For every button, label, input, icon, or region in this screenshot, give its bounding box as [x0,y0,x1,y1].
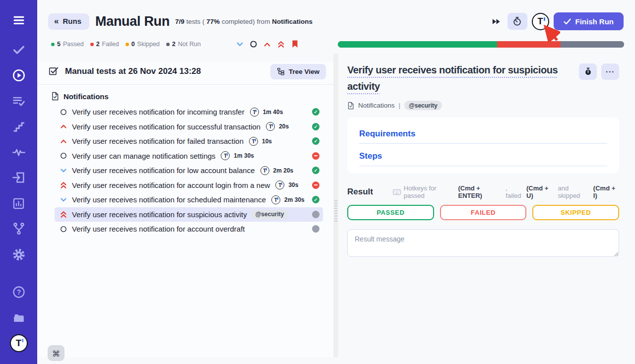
source-suite: Notifications [272,18,313,25]
testomat-badge-icon: T [271,195,280,204]
suite-file-icon [51,92,59,101]
breadcrumb-folder[interactable]: Notifications [358,102,395,109]
status-passed-badge [312,167,319,174]
test-row[interactable]: Verify user receives notification for fa… [55,134,323,149]
test-row-selected[interactable]: Verify user receives notification for su… [55,207,323,222]
priority-low-icon [60,167,67,174]
test-duration: 2m 30s [284,196,305,203]
back-to-runs-button[interactable]: « Runs [48,13,89,30]
filter-priority-highest-icon[interactable] [277,40,285,49]
suite-folder-row[interactable]: Notifications [37,89,333,104]
test-duration: 20s [279,123,289,130]
test-row[interactable]: Verify user receives notification for ac… [55,222,323,237]
section-steps[interactable]: Steps [359,151,607,166]
legend-skipped: 0Skipped [126,41,160,48]
test-title: Verify user receives notification for lo… [72,166,255,175]
status-passed-badge [312,108,319,116]
settings-gear-icon[interactable] [12,247,26,261]
test-duration: 30s [288,182,298,188]
sidebar-item-tests[interactable] [12,43,26,57]
command-icon: ⌘ [52,350,60,358]
stopwatch-icon [512,16,522,27]
test-detail-title[interactable]: Verify user receives notification for su… [347,62,581,95]
test-title: Verify user receives notification for su… [72,210,247,219]
test-list-panel: Manual tests at 26 Nov 2024 13:28 Tree V… [37,61,333,357]
menu-icon[interactable] [12,13,26,27]
filter-bookmark-icon[interactable] [291,40,299,49]
status-legend: 5Passed 2Failed 0Skipped 2Not Run [51,41,201,48]
sidebar-item-test-plans[interactable] [12,94,26,108]
projects-folder-icon[interactable] [12,311,26,325]
testomat-badge-icon: T [275,181,284,189]
progress-notrun-segment [561,41,624,48]
help-icon[interactable]: ? [12,285,26,299]
mark-passed-button[interactable]: PASSED [347,205,434,220]
page-title: Manual Run [95,14,170,29]
tree-view-icon [277,67,285,75]
status-notrun-badge [312,211,319,218]
test-row[interactable]: Verify user receives notification for in… [55,105,323,120]
test-row[interactable]: Verify user receives notification for su… [55,120,323,134]
priority-normal-icon [60,152,67,160]
testomat-badge-icon: T [249,137,258,146]
sidebar-item-steps[interactable] [12,120,26,134]
progress-passed-segment [338,41,497,48]
test-duration: 2m 20s [273,167,294,174]
result-message-input[interactable] [347,229,619,257]
testomat-logo[interactable]: T [10,334,28,352]
divider [37,84,333,85]
priority-highest-icon [60,181,67,189]
filter-priority-high-icon[interactable] [263,41,271,48]
result-heading: Result [347,187,373,197]
stopwatch-filled-icon [583,66,593,77]
mark-skipped-button[interactable]: SKIPPED [532,205,619,220]
sidebar-item-branches[interactable] [12,222,26,236]
finish-run-button[interactable]: Finish Run [554,12,624,30]
sidebar-item-analytics[interactable] [12,196,26,210]
status-bar: 5Passed 2Failed 0Skipped 2Not Run [37,35,635,54]
test-row[interactable]: Verify user receives notification for ac… [55,178,323,193]
test-timer-button[interactable] [579,63,597,80]
account-logo[interactable]: T [532,13,549,30]
legend-passed: 5Passed [51,41,84,48]
hotkeys-command-button[interactable]: ⌘ [48,345,64,361]
fast-forward-icon[interactable] [492,17,501,26]
sidebar-item-import[interactable] [12,171,26,184]
sidebar-item-pulse[interactable] [12,145,26,159]
test-title: Verify user can manage notification sett… [72,152,215,160]
status-passed-badge [312,137,319,145]
filter-priority-low-icon[interactable] [236,41,244,48]
test-breadcrumb: Notifications | @security [347,101,619,110]
security-tag[interactable]: @security [404,101,442,110]
filter-priority-normal-icon[interactable] [250,40,257,48]
failed-dot-icon [90,43,94,46]
check-icon [564,18,571,25]
app-sidebar: ? T [0,0,37,364]
timer-button[interactable] [508,13,527,30]
priority-highest-icon [60,210,67,219]
verdict-buttons: PASSED FAILED SKIPPED [347,205,619,220]
section-requirements[interactable]: Requirements [359,129,607,144]
mark-failed-button[interactable]: FAILED [440,205,527,220]
drag-handle-icon[interactable] [334,200,337,223]
priority-high-icon [60,123,67,130]
testomat-badge-icon: T [221,151,230,160]
progress-failed-segment [497,41,561,48]
priority-normal-icon [60,225,67,233]
more-options-button[interactable]: ··· [601,63,619,80]
test-title: Verify user receives notification for in… [72,108,245,116]
test-duration: 1m 40s [263,109,283,116]
notrun-dot-icon [166,43,170,46]
test-title: Verify user receives notification for sc… [72,195,266,204]
test-title: Verify user receives notification for su… [72,122,260,131]
panel-resize-divider[interactable] [333,54,338,357]
percent-completed: 77% [206,18,220,25]
sidebar-item-runs[interactable] [12,68,26,82]
checklist-icon [48,66,59,77]
test-row[interactable]: Verify user can manage notification sett… [55,149,323,164]
tree-view-button[interactable]: Tree View [270,64,326,79]
test-row[interactable]: Verify user receives notification for lo… [55,163,323,178]
test-row[interactable]: Verify user receives notification for sc… [55,192,323,207]
finish-run-label: Finish Run [575,17,614,26]
priority-normal-icon [60,108,67,116]
